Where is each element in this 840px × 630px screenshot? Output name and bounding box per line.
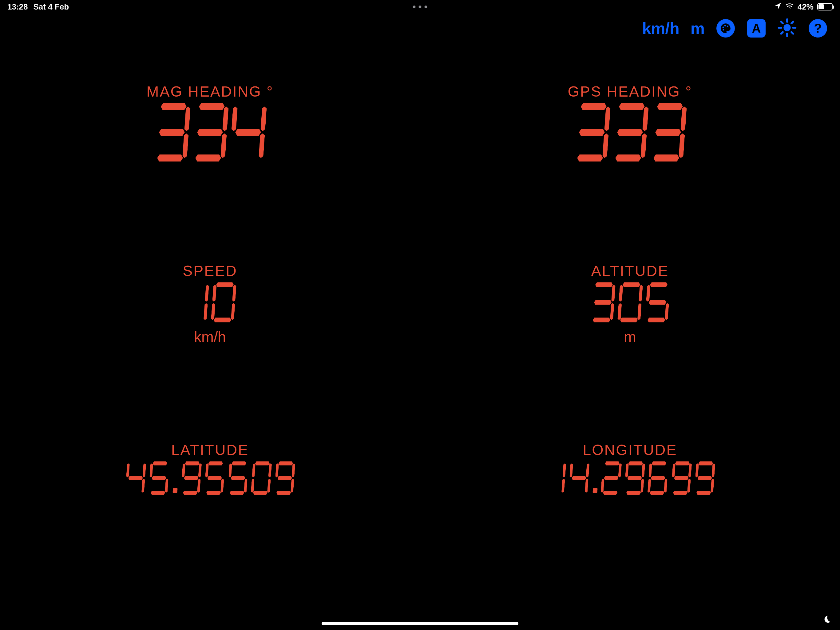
mag-heading-value — [155, 103, 265, 161]
gps-heading-label: GPS HEADING ° — [568, 83, 692, 100]
svg-line-12 — [791, 22, 793, 23]
svg-point-2 — [727, 25, 728, 27]
altitude-value — [591, 282, 669, 322]
svg-line-11 — [781, 32, 783, 33]
wifi-icon — [785, 2, 794, 12]
latitude-label: LATITUDE — [171, 442, 249, 458]
sun-icon — [778, 18, 797, 38]
longitude-label: LONGITUDE — [583, 442, 677, 458]
altitude-cell[interactable]: ALTITUDE m — [420, 241, 840, 420]
multitask-dots[interactable] — [413, 6, 427, 8]
speed-value — [185, 282, 235, 322]
letter-a-icon: A — [747, 19, 766, 38]
status-date: Sat 4 Feb — [33, 2, 69, 12]
do-not-disturb-icon — [821, 614, 832, 624]
altitude-unit-button[interactable]: m — [691, 19, 705, 38]
status-bar: 13:28 Sat 4 Feb 42% — [0, 0, 840, 14]
theme-button[interactable] — [716, 19, 736, 38]
speed-unit-button[interactable]: km/h — [642, 19, 679, 38]
altitude-label: ALTITUDE — [591, 263, 669, 279]
mag-heading-cell[interactable]: MAG HEADING ° — [0, 62, 420, 241]
svg-point-0 — [723, 27, 724, 28]
location-icon — [774, 2, 782, 12]
palette-icon — [717, 19, 735, 38]
gps-heading-value — [575, 103, 685, 161]
longitude-value — [546, 461, 714, 495]
toolbar: km/h m A ? — [642, 19, 828, 38]
longitude-cell[interactable]: LONGITUDE — [420, 420, 840, 599]
gps-heading-cell[interactable]: GPS HEADING ° — [420, 62, 840, 241]
svg-point-1 — [725, 25, 726, 27]
svg-point-4 — [783, 24, 791, 31]
readouts-grid: MAG HEADING ° GPS HEADING ° SPEED km/h A… — [0, 62, 840, 599]
help-button[interactable]: ? — [808, 19, 828, 38]
speed-cell[interactable]: SPEED km/h — [0, 241, 420, 420]
latitude-value — [126, 461, 294, 495]
font-button[interactable]: A — [747, 19, 766, 38]
speed-unit: km/h — [194, 329, 226, 345]
battery-fill — [818, 4, 824, 9]
svg-line-10 — [791, 32, 793, 33]
altitude-unit: m — [624, 329, 636, 345]
svg-point-3 — [723, 29, 724, 30]
speed-label: SPEED — [183, 263, 237, 279]
mag-heading-label: MAG HEADING ° — [147, 83, 274, 100]
status-time: 13:28 — [7, 2, 28, 12]
battery-label: 42% — [797, 2, 813, 12]
battery-icon — [817, 3, 833, 11]
home-indicator[interactable] — [322, 622, 518, 625]
latitude-cell[interactable]: LATITUDE — [0, 420, 420, 599]
svg-line-9 — [781, 22, 783, 23]
brightness-button[interactable] — [777, 19, 797, 38]
question-icon: ? — [808, 19, 827, 38]
